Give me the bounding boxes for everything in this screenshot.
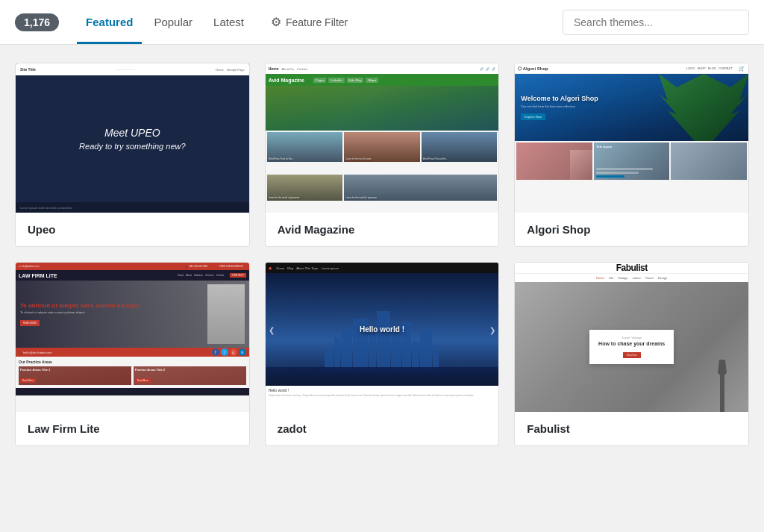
theme-card-law-firm-lite[interactable]: ✉ info@lawfirm.com 📞 408-123-546-7890 FR… [15,262,250,446]
theme-card-fabulist[interactable]: Fabulist Home Life Vintage Latest Travel… [514,262,749,446]
theme-card-algori-shop[interactable]: ⬡ Algori Shop LOGOSHOPBLOGCONTACT 🛒 Welc… [514,63,749,247]
app-container: 1,176 Featured Popular Latest ⚙ Feature … [0,0,764,464]
theme-preview-avid-magazine: Home About Us Contact 🔗🔗🔗 Avid Magazine … [266,63,499,213]
theme-info-fabulist: Fabulist [515,412,748,445]
theme-name-fabulist: Fabulist [527,422,736,435]
gear-icon: ⚙ [271,15,281,29]
theme-info-avid-magazine: Avid Magazine [266,213,499,246]
theme-card-zadot[interactable]: ● Home Blog About This Topic Lorem ipsum [265,262,500,446]
theme-card-avid-magazine[interactable]: Home About Us Contact 🔗🔗🔗 Avid Magazine … [265,63,500,247]
theme-name-algori-shop: Algori Shop [527,223,736,236]
theme-preview-zadot: ● Home Blog About This Topic Lorem ipsum [266,263,499,412]
themes-grid: Site Title ———————— HomeSample Page Meet… [15,63,749,446]
algori-hero-text: Welcome to Algori Shop [521,95,598,102]
theme-name-upeo: Upeo [28,223,237,236]
upeo-title-line2: Ready to try something new? [79,142,185,151]
tab-popular[interactable]: Popular [145,0,201,44]
theme-preview-fabulist: Fabulist Home Life Vintage Latest Travel… [515,263,748,412]
zadot-hero-text: Hello world ! [360,325,404,334]
fabulist-logo: Fabulist [616,263,648,273]
fabulist-card-sub: Travel, Vintage [598,336,665,339]
theme-preview-upeo: Site Title ———————— HomeSample Page Meet… [16,63,249,213]
upeo-title-line1: Meet UPEO [104,127,160,139]
fabulist-card-title: How to chase your dreams [598,341,665,346]
theme-info-algori-shop: Algori Shop [515,213,748,246]
theme-name-zadot: zadot [278,422,487,435]
theme-count-badge: 1,176 [15,13,59,31]
header: 1,176 Featured Popular Latest ⚙ Feature … [0,0,764,45]
tab-latest[interactable]: Latest [204,0,253,44]
theme-preview-law-firm-lite: ✉ info@lawfirm.com 📞 408-123-546-7890 FR… [16,263,249,412]
feature-filter-button[interactable]: ⚙ Feature Filter [271,15,348,29]
theme-name-avid-magazine: Avid Magazine [278,223,487,236]
theme-info-law-firm-lite: Law Firm Lite [16,412,249,445]
theme-card-upeo[interactable]: Site Title ———————— HomeSample Page Meet… [15,63,250,247]
theme-info-upeo: Upeo [16,213,249,246]
theme-info-zadot: zadot [266,412,499,445]
theme-nav-tabs: Featured Popular Latest [77,0,253,44]
feature-filter-label: Feature Filter [286,16,348,28]
search-box [563,10,749,35]
lawfirm-hero-title: Te obtinuit ut adepto satis somno Aliisq… [20,302,140,309]
search-input[interactable] [563,10,749,35]
theme-preview-algori-shop: ⬡ Algori Shop LOGOSHOPBLOGCONTACT 🛒 Welc… [515,63,748,213]
main-content: Site Title ———————— HomeSample Page Meet… [0,45,764,464]
tab-featured[interactable]: Featured [77,0,142,44]
theme-name-law-firm-lite: Law Firm Lite [28,422,237,435]
